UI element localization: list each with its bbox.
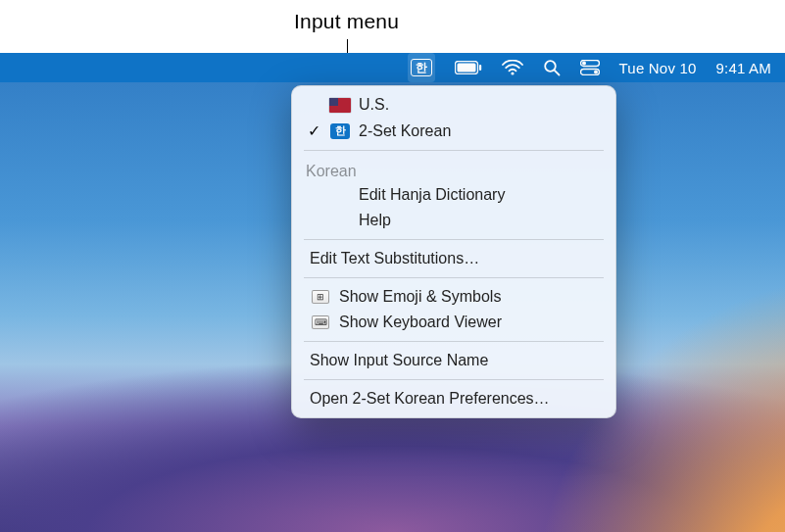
input-source-label: U.S. bbox=[359, 96, 600, 114]
han-icon: 한 bbox=[329, 123, 351, 139]
menu-separator bbox=[304, 341, 604, 342]
svg-rect-1 bbox=[457, 64, 475, 73]
menubar-time[interactable]: 9:41 AM bbox=[716, 53, 771, 82]
menu-item-label: Edit Hanja Dictionary bbox=[359, 186, 600, 204]
input-menu-dropdown: U.S. ✓ 한 2-Set Korean Korean Edit Hanja … bbox=[291, 85, 616, 418]
menu-item-open-preferences[interactable]: Open 2-Set Korean Preferences… bbox=[292, 386, 615, 411]
menu-item-text-substitutions[interactable]: Edit Text Substitutions… bbox=[292, 246, 615, 271]
menu-item-label: Open 2-Set Korean Preferences… bbox=[310, 390, 600, 408]
menu-item-label: Show Input Source Name bbox=[310, 352, 600, 369]
section-heading-korean: Korean bbox=[292, 157, 615, 182]
input-source-us[interactable]: U.S. bbox=[292, 92, 615, 118]
menu-item-label: Show Keyboard Viewer bbox=[339, 314, 600, 331]
spotlight-icon[interactable] bbox=[543, 53, 561, 82]
flag-us-icon bbox=[329, 98, 351, 113]
menu-item-label: Edit Text Substitutions… bbox=[310, 250, 600, 267]
svg-point-9 bbox=[594, 71, 598, 74]
input-menu-glyph-icon: 한 bbox=[411, 59, 432, 76]
annotation-label: Input menu bbox=[294, 10, 399, 33]
menu-item-show-emoji[interactable]: ⊞ Show Emoji & Symbols bbox=[292, 284, 615, 310]
control-center-icon[interactable] bbox=[580, 53, 600, 82]
wifi-icon[interactable] bbox=[502, 53, 523, 82]
check-icon: ✓ bbox=[306, 121, 321, 140]
svg-rect-2 bbox=[479, 65, 481, 71]
input-source-label: 2-Set Korean bbox=[359, 122, 600, 140]
keyboard-icon: ⌨ bbox=[310, 315, 331, 329]
menu-item-label: Show Emoji & Symbols bbox=[339, 288, 600, 306]
menu-item-show-keyboard-viewer[interactable]: ⌨ Show Keyboard Viewer bbox=[292, 310, 615, 335]
menu-item-show-input-source-name[interactable]: Show Input Source Name bbox=[292, 348, 615, 373]
battery-icon[interactable] bbox=[455, 53, 482, 82]
menu-separator bbox=[304, 239, 604, 240]
menu-separator bbox=[304, 277, 604, 278]
menubar-date[interactable]: Tue Nov 10 bbox=[619, 53, 697, 82]
menu-separator bbox=[304, 150, 604, 151]
svg-point-3 bbox=[511, 72, 514, 74]
svg-point-7 bbox=[582, 62, 586, 66]
emoji-symbols-icon: ⊞ bbox=[310, 290, 331, 304]
menu-item-help[interactable]: Help bbox=[292, 208, 615, 233]
menu-separator bbox=[304, 379, 604, 380]
menubar: 한 Tue Nov 10 9:41 AM bbox=[0, 53, 785, 82]
svg-line-5 bbox=[554, 71, 559, 75]
input-source-2set-korean[interactable]: ✓ 한 2-Set Korean bbox=[292, 118, 615, 144]
input-menu-button[interactable]: 한 bbox=[408, 53, 435, 82]
menu-item-edit-hanja[interactable]: Edit Hanja Dictionary bbox=[292, 182, 615, 208]
menu-item-label: Help bbox=[359, 212, 600, 229]
